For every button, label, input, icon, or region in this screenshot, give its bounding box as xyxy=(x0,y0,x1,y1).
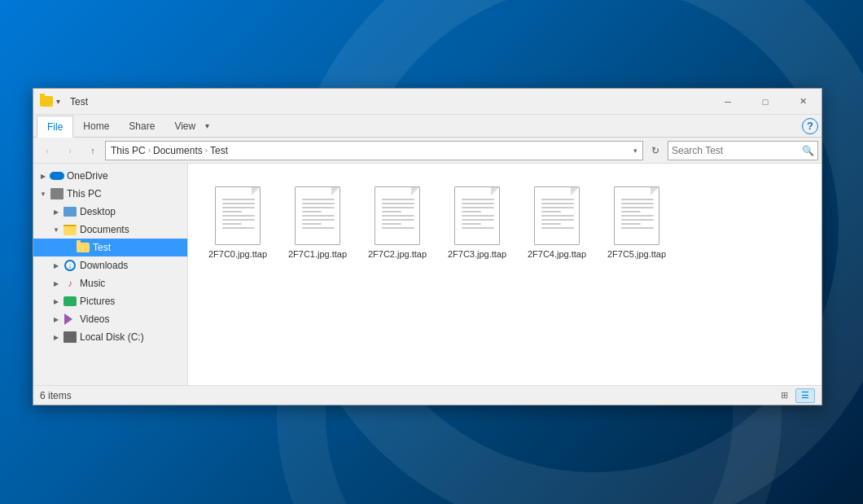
expand-desktop[interactable]: ▶ xyxy=(50,203,63,221)
file-name-3: 2F7C3.jpg.ttap xyxy=(448,248,506,260)
expand-pictures[interactable]: ▶ xyxy=(50,292,63,310)
ribbon-expand-icon[interactable]: ▾ xyxy=(205,121,209,130)
expand-localdisk[interactable]: ▶ xyxy=(50,328,63,346)
window-title: Test xyxy=(70,96,709,107)
main-content: ▶ OneDrive ▼ This PC ▶ Deskto xyxy=(33,164,821,385)
file-icon-3 xyxy=(451,180,503,245)
minimize-button[interactable]: ─ xyxy=(709,89,747,115)
refresh-icon: ↻ xyxy=(651,145,659,156)
tab-file[interactable]: File xyxy=(37,116,73,138)
breadcrumb-dropdown-icon[interactable]: ▾ xyxy=(633,147,637,155)
test-folder-icon xyxy=(76,240,90,255)
file-icon-1 xyxy=(291,180,344,245)
file-item[interactable]: 2F7C0.jpg.ttap xyxy=(201,177,274,263)
sidebar-label-desktop: Desktop xyxy=(80,206,116,217)
view-buttons: ⊞ ☰ xyxy=(774,388,815,403)
title-folder-icon xyxy=(40,95,53,108)
window-controls: ─ □ ✕ xyxy=(709,89,821,114)
file-area: 2F7C0.jpg.ttap 2F7C1.jpg.ttap xyxy=(188,164,821,385)
file-item[interactable]: 2F7C4.jpg.ttap xyxy=(520,177,594,263)
item-count: 6 items xyxy=(40,390,774,401)
forward-icon: › xyxy=(68,146,72,156)
up-button[interactable]: ↑ xyxy=(82,141,103,160)
sidebar: ▶ OneDrive ▼ This PC ▶ Deskto xyxy=(33,164,188,385)
tab-view[interactable]: View xyxy=(164,115,205,137)
ribbon: File Home Share View ▾ ? xyxy=(33,115,821,138)
breadcrumb-item-thispc[interactable]: This PC xyxy=(111,145,146,156)
close-button[interactable]: ✕ xyxy=(784,89,821,115)
title-bar-icons: ▾ xyxy=(40,95,60,108)
pictures-icon xyxy=(63,294,77,309)
sidebar-item-documents[interactable]: ▼ Documents xyxy=(33,221,187,239)
title-bar: ▾ Test ─ □ ✕ xyxy=(33,89,821,115)
sidebar-label-onedrive: OneDrive xyxy=(67,170,108,182)
search-icon[interactable]: 🔍 xyxy=(802,145,814,156)
sidebar-label-localdisk: Local Disk (C:) xyxy=(80,331,144,343)
sidebar-label-videos: Videos xyxy=(80,313,109,325)
expand-documents[interactable]: ▼ xyxy=(50,221,63,239)
file-icon-0 xyxy=(212,180,264,245)
breadcrumb[interactable]: This PC › Documents › Test ▾ xyxy=(105,141,643,160)
disk-icon xyxy=(63,330,77,344)
breadcrumb-sep-2: › xyxy=(205,146,208,155)
sidebar-label-thispc: This PC xyxy=(67,188,102,199)
view-tiles-icon: ⊞ xyxy=(781,390,788,401)
search-bar: 🔍 xyxy=(668,141,818,160)
tab-home[interactable]: Home xyxy=(73,115,119,137)
expand-music[interactable]: ▶ xyxy=(50,274,63,292)
address-bar: ‹ › ↑ This PC › Documents › Test ▾ ↻ 🔍 xyxy=(33,138,821,164)
file-icon-5 xyxy=(611,180,663,245)
sidebar-label-pictures: Pictures xyxy=(80,296,115,307)
up-icon: ↑ xyxy=(90,146,95,156)
sidebar-item-videos[interactable]: ▶ Videos xyxy=(33,310,187,328)
onedrive-icon xyxy=(50,169,64,183)
sidebar-label-test: Test xyxy=(93,242,111,253)
desktop-icon xyxy=(63,204,77,219)
back-button[interactable]: ‹ xyxy=(37,141,58,160)
view-list-icon: ☰ xyxy=(801,390,809,401)
breadcrumb-item-documents[interactable]: Documents xyxy=(153,145,203,156)
refresh-button[interactable]: ↻ xyxy=(645,141,666,160)
file-item[interactable]: 2F7C1.jpg.ttap xyxy=(281,177,354,263)
title-arrow-icon: ▾ xyxy=(56,97,60,106)
ribbon-tabs: File Home Share View ▾ ? xyxy=(33,115,821,138)
sidebar-item-downloads[interactable]: ▶ ↓ Downloads xyxy=(33,256,187,274)
sidebar-item-pictures[interactable]: ▶ Pictures xyxy=(33,292,187,310)
file-item[interactable]: 2F7C3.jpg.ttap xyxy=(440,177,514,263)
expand-thispc[interactable]: ▼ xyxy=(37,185,50,203)
file-icon-4 xyxy=(531,180,583,245)
forward-button[interactable]: › xyxy=(59,141,81,160)
expand-videos[interactable]: ▶ xyxy=(50,310,63,328)
documents-icon xyxy=(63,222,77,237)
music-icon: ♪ xyxy=(63,276,77,291)
sidebar-item-music[interactable]: ▶ ♪ Music xyxy=(33,274,187,292)
search-input[interactable] xyxy=(672,145,802,156)
status-bar: 6 items ⊞ ☰ xyxy=(33,385,821,405)
computer-icon xyxy=(50,186,64,201)
file-name-4: 2F7C4.jpg.ttap xyxy=(528,248,586,260)
file-item[interactable]: 2F7C5.jpg.ttap xyxy=(600,177,673,263)
sidebar-item-test[interactable]: Test xyxy=(33,239,187,256)
view-tiles-button[interactable]: ⊞ xyxy=(774,388,794,403)
file-name-1: 2F7C1.jpg.ttap xyxy=(288,248,347,260)
view-list-button[interactable]: ☰ xyxy=(795,388,815,403)
expand-onedrive[interactable]: ▶ xyxy=(37,167,50,185)
help-button[interactable]: ? xyxy=(802,118,818,134)
sidebar-item-onedrive[interactable]: ▶ OneDrive xyxy=(33,167,187,185)
file-name-2: 2F7C2.jpg.ttap xyxy=(368,248,427,260)
breadcrumb-item-test[interactable]: Test xyxy=(210,145,228,156)
maximize-button[interactable]: □ xyxy=(747,89,784,115)
breadcrumb-sep-1: › xyxy=(148,146,151,155)
tab-share[interactable]: Share xyxy=(119,115,164,137)
sidebar-label-downloads: Downloads xyxy=(80,260,128,271)
file-icon-2 xyxy=(371,180,423,245)
sidebar-item-desktop[interactable]: ▶ Desktop xyxy=(33,203,187,221)
expand-test[interactable] xyxy=(63,239,76,256)
sidebar-item-thispc[interactable]: ▼ This PC xyxy=(33,185,187,203)
sidebar-label-music: Music xyxy=(80,278,105,289)
sidebar-label-documents: Documents xyxy=(80,224,129,235)
expand-downloads[interactable]: ▶ xyxy=(50,256,63,274)
file-name-5: 2F7C5.jpg.ttap xyxy=(607,248,666,260)
file-item[interactable]: 2F7C2.jpg.ttap xyxy=(361,177,434,263)
sidebar-item-localdisk[interactable]: ▶ Local Disk (C:) xyxy=(33,328,187,346)
